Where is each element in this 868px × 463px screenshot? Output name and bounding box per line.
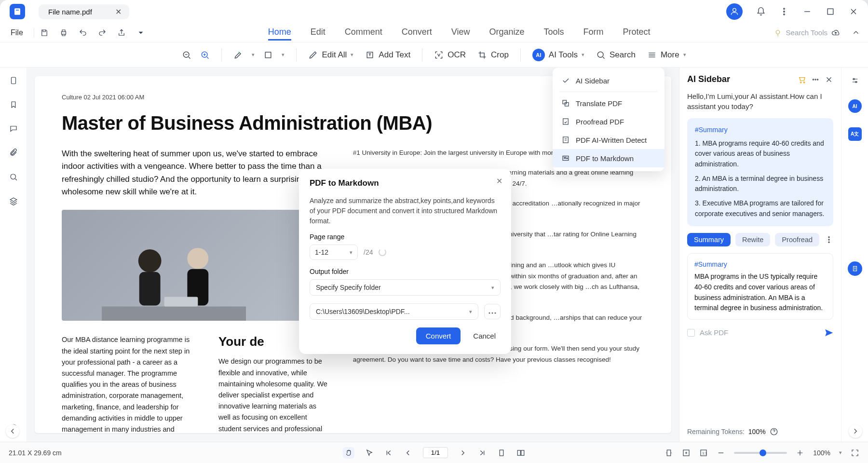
- chip-more-icon[interactable]: [825, 235, 833, 244]
- ask-checkbox[interactable]: [687, 329, 695, 337]
- sidebar-more-icon[interactable]: [811, 75, 820, 84]
- document-tab[interactable]: File name.pdf ✕: [39, 4, 129, 19]
- first-page-icon[interactable]: [384, 449, 393, 457]
- zoom-slider[interactable]: [734, 452, 787, 454]
- dialog-close-icon[interactable]: ✕: [496, 177, 502, 186]
- redo-icon[interactable]: [98, 28, 107, 37]
- chip-summary[interactable]: Summary: [687, 233, 731, 246]
- output-path-select[interactable]: C:\Users\13609\Desktop\PDF... ▾: [310, 303, 478, 320]
- comments-icon[interactable]: [9, 124, 18, 133]
- send-icon[interactable]: [825, 328, 833, 337]
- next-page-icon[interactable]: [459, 449, 467, 457]
- zoom-in-btn-icon[interactable]: [796, 449, 804, 457]
- tab-view[interactable]: View: [451, 25, 470, 41]
- dd-aidetect[interactable]: PDF AI-Written Detect: [553, 131, 665, 149]
- chip-rewite[interactable]: Rewite: [735, 233, 770, 246]
- next-page-chip[interactable]: [849, 424, 862, 438]
- tab-home[interactable]: Home: [268, 25, 291, 41]
- cloud-upload-icon[interactable]: [831, 28, 840, 37]
- ai-tools-chevron-icon[interactable]: ▾: [582, 52, 584, 58]
- svg-rect-46: [667, 450, 671, 456]
- ai-tools-button[interactable]: AI AI Tools ▾: [532, 49, 584, 61]
- edit-all-chevron-icon[interactable]: ▾: [351, 52, 353, 58]
- rail-search-icon[interactable]: [9, 173, 18, 181]
- last-page-icon[interactable]: [478, 449, 487, 457]
- svg-rect-0: [14, 8, 20, 15]
- tab-convert[interactable]: Convert: [402, 25, 432, 41]
- crop-button[interactable]: Crop: [477, 50, 509, 60]
- output-mode-select[interactable]: Specify Specify folder ▾: [310, 279, 501, 296]
- tab-protect[interactable]: Protect: [623, 25, 651, 41]
- edit-all-button[interactable]: Edit All ▾: [308, 50, 353, 60]
- fit-page-icon[interactable]: [682, 449, 691, 457]
- select-tool-icon[interactable]: [365, 449, 374, 457]
- search-button[interactable]: Search: [596, 50, 636, 60]
- convert-button[interactable]: Convert: [416, 327, 461, 344]
- share-icon[interactable]: [117, 28, 126, 37]
- print-icon[interactable]: [59, 28, 68, 37]
- window-close-icon[interactable]: [849, 7, 858, 16]
- tab-comment[interactable]: Comment: [345, 25, 382, 41]
- cart-icon[interactable]: [798, 75, 806, 84]
- prev-page-icon[interactable]: [404, 449, 412, 457]
- shape-tool-icon[interactable]: [263, 50, 273, 60]
- bookmarks-icon[interactable]: [9, 100, 18, 109]
- page-range-select[interactable]: 1-12 ▾: [310, 245, 358, 260]
- bell-icon[interactable]: [756, 7, 766, 16]
- dd-ai-sidebar[interactable]: AI Sidebar: [553, 71, 665, 90]
- chip-proofread[interactable]: Proofread: [775, 233, 819, 246]
- translate-badge-icon[interactable]: A文: [848, 127, 862, 141]
- close-tab-icon[interactable]: ✕: [115, 7, 122, 16]
- dd-translate[interactable]: Translate PDF: [553, 94, 665, 112]
- zoom-out-icon[interactable]: [182, 50, 191, 60]
- two-page-icon[interactable]: [516, 449, 525, 457]
- tokens-help-icon[interactable]: [770, 427, 778, 436]
- browse-folder-button[interactable]: [484, 304, 501, 319]
- actual-size-icon[interactable]: 1:1: [699, 449, 708, 457]
- save-icon[interactable]: [40, 28, 49, 37]
- hand-tool-icon[interactable]: [343, 447, 354, 459]
- shape-chevron-icon[interactable]: ▾: [282, 52, 285, 58]
- ai-badge-icon[interactable]: AI: [848, 99, 862, 113]
- tab-form[interactable]: Form: [583, 25, 604, 41]
- dd-proofread[interactable]: Proofread PDF: [553, 112, 665, 131]
- zoom-chevron-icon[interactable]: ▾: [839, 449, 842, 456]
- tab-organize[interactable]: Organize: [489, 25, 525, 41]
- tab-tools[interactable]: Tools: [544, 25, 564, 41]
- single-page-icon[interactable]: [497, 449, 506, 457]
- layers-icon[interactable]: [9, 197, 18, 205]
- window-minimize-icon[interactable]: [802, 7, 812, 16]
- cancel-button[interactable]: Cancel: [468, 327, 501, 344]
- highlighter-chevron-icon[interactable]: ▾: [252, 52, 255, 58]
- dd-markdown[interactable]: PDF to Markdown: [553, 149, 665, 167]
- file-menu[interactable]: File: [8, 28, 26, 37]
- page-number-input[interactable]: [423, 447, 448, 458]
- more-chevron-icon[interactable]: ▾: [683, 52, 686, 58]
- zoom-out-btn-icon[interactable]: [717, 449, 725, 457]
- ocr-button[interactable]: OCR: [434, 50, 466, 60]
- highlighter-icon[interactable]: [233, 50, 243, 60]
- more-button[interactable]: More ▾: [647, 50, 686, 60]
- add-text-button[interactable]: Add Text: [365, 50, 410, 60]
- undo-icon[interactable]: [79, 28, 87, 37]
- collapse-ribbon-icon[interactable]: [852, 28, 860, 37]
- svg-point-34: [815, 79, 816, 80]
- svg-rect-6: [827, 9, 833, 14]
- user-avatar[interactable]: [726, 3, 743, 20]
- fit-width-icon[interactable]: [665, 449, 673, 457]
- attachments-icon[interactable]: [9, 149, 18, 157]
- kebab-icon[interactable]: [779, 7, 789, 16]
- prev-page-chip[interactable]: [6, 424, 19, 438]
- zoom-in-icon[interactable]: [200, 50, 210, 60]
- tab-edit[interactable]: Edit: [311, 25, 326, 41]
- doc-badge-icon[interactable]: [848, 261, 862, 276]
- ask-input[interactable]: Ask PDF: [700, 328, 820, 337]
- thumbnails-icon[interactable]: [9, 76, 18, 85]
- fullscreen-icon[interactable]: [851, 449, 859, 457]
- sliders-icon[interactable]: [851, 76, 859, 85]
- search-tools-input[interactable]: Search Tools: [773, 28, 827, 37]
- window-maximize-icon[interactable]: [826, 7, 835, 16]
- quick-dropdown-icon[interactable]: [136, 28, 145, 37]
- sidebar-close-icon[interactable]: [825, 75, 833, 84]
- svg-rect-44: [517, 450, 520, 455]
